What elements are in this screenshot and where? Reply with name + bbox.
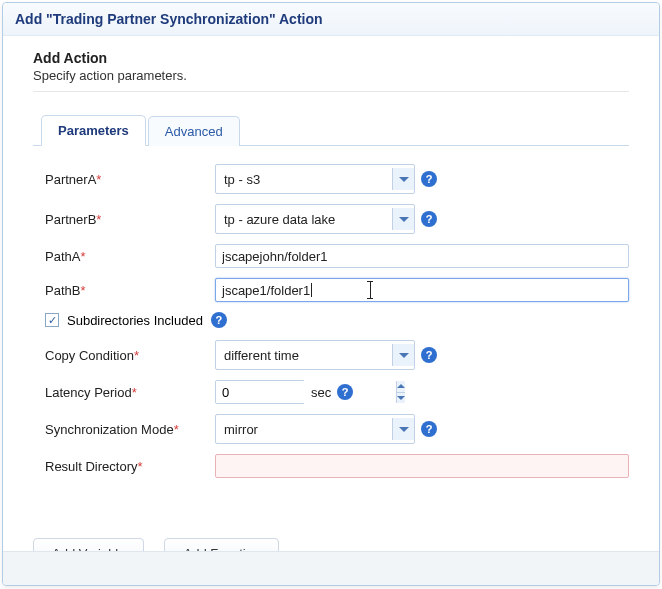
chevron-down-icon [397,396,405,400]
divider [33,91,629,92]
row-partner-a: PartnerA* tp - s3 ? [45,164,629,194]
section-title: Add Action [33,50,629,66]
latency-unit: sec [311,385,331,400]
tab-parameters[interactable]: Parameters [41,115,146,146]
label-path-b: PathB* [45,283,215,298]
chevron-up-icon [397,384,405,388]
row-path-a: PathA* [45,244,629,268]
latency-input[interactable] [216,381,396,403]
path-b-input[interactable]: jscape1/folder1 [215,278,629,302]
result-dir-input[interactable] [215,454,629,478]
path-a-input[interactable] [215,244,629,268]
label-latency: Latency Period* [45,385,215,400]
label-partner-b: PartnerB* [45,212,215,227]
row-copy-condition: Copy Condition* different time ? [45,340,629,370]
row-result-dir: Result Directory* [45,454,629,478]
help-icon[interactable]: ? [421,171,437,187]
dialog: Add "Trading Partner Synchronization" Ac… [2,2,660,586]
label-copy-condition: Copy Condition* [45,348,215,363]
sync-mode-select[interactable]: mirror [215,414,415,444]
row-partner-b: PartnerB* tp - azure data lake ? [45,204,629,234]
spinner-up-button[interactable] [397,381,405,392]
section-subtitle: Specify action parameters. [33,68,629,83]
label-partner-a: PartnerA* [45,172,215,187]
label-path-a: PathA* [45,249,215,264]
help-icon[interactable]: ? [211,312,227,328]
chevron-down-icon [392,168,414,190]
subdirs-checkbox[interactable]: ✓ [45,313,59,327]
footer-strip [3,551,659,585]
label-sync-mode: Synchronization Mode* [45,422,215,437]
form: PartnerA* tp - s3 ? PartnerB* tp - azure… [33,164,629,478]
copy-condition-select[interactable]: different time [215,340,415,370]
dialog-content: Add Action Specify action parameters. Pa… [3,36,659,569]
row-subdirs: ✓ Subdirectories Included ? [45,312,629,328]
help-icon[interactable]: ? [421,347,437,363]
chevron-down-icon [392,418,414,440]
chevron-down-icon [392,344,414,366]
row-sync-mode: Synchronization Mode* mirror ? [45,414,629,444]
partner-a-select[interactable]: tp - s3 [215,164,415,194]
row-latency: Latency Period* sec ? [45,380,629,404]
chevron-down-icon [392,208,414,230]
help-icon[interactable]: ? [421,421,437,437]
help-icon[interactable]: ? [421,211,437,227]
partner-b-select[interactable]: tp - azure data lake [215,204,415,234]
spinner-down-button[interactable] [397,392,405,404]
tab-advanced[interactable]: Advanced [148,116,240,146]
label-subdirs: Subdirectories Included [67,313,203,328]
row-path-b: PathB* jscape1/folder1 [45,278,629,302]
dialog-title: Add "Trading Partner Synchronization" Ac… [3,3,659,36]
label-result-dir: Result Directory* [45,459,215,474]
tabbar: Parameters Advanced [33,114,629,146]
latency-spinner[interactable] [215,380,305,404]
text-cursor [311,283,312,297]
